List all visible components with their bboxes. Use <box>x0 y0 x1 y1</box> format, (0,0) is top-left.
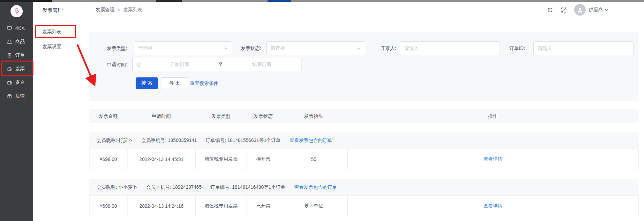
drawer-input[interactable] <box>400 41 500 55</box>
end-date-placeholder: 结束日期 <box>226 61 298 68</box>
cell-type: 增值税专用发票 <box>195 196 247 216</box>
member-nickname: 会员昵称:小小萝卜 <box>97 184 137 190</box>
group-header-row: 会员昵称:打萝卜 会员手机号:13560359141 订单编号:18148155… <box>89 132 639 149</box>
cell-title: 55 <box>280 149 347 169</box>
sidebar-item-label: 店铺 <box>15 93 25 99</box>
avatar-person-icon <box>577 6 583 13</box>
member-nickname: 会员昵称:打萝卜 <box>97 137 133 144</box>
column-header-apply-time: 申请时间 <box>127 113 195 119</box>
order-number: 订单编号:181481416490等1个订单 <box>210 184 285 190</box>
member-phone: 会员手机号:18924237465 <box>146 184 202 190</box>
breadcrumb-root[interactable]: 发票管理 <box>96 7 115 13</box>
cell-status: 已开票 <box>247 196 280 216</box>
apply-time-range-picker[interactable]: 开始日期 至 结束日期 <box>132 58 302 71</box>
reset-search-link[interactable]: 重置搜索条件 <box>190 77 218 89</box>
brand-logo-icon <box>12 7 21 16</box>
submenu-title: 发票管理 <box>33 2 80 18</box>
sidebar-item-label: 资金 <box>15 79 25 86</box>
page: 概况 商品 订单 发票 <box>0 0 644 221</box>
main-sidebar: 概况 商品 订单 发票 <box>0 2 33 221</box>
view-included-orders-link[interactable]: 查看发票包含的订单 <box>290 137 332 144</box>
breadcrumb-current: 发票列表 <box>123 7 142 13</box>
column-header-amount: 发票金额 <box>89 113 127 119</box>
apply-time-label: 申请时间: <box>93 58 127 71</box>
sidebar-item-shop[interactable]: 店铺 <box>0 89 33 103</box>
sidebar-item-label: 订单 <box>15 52 25 58</box>
shop-store-icon <box>7 93 12 99</box>
view-included-orders-link[interactable]: 查看发票包含的订单 <box>294 184 337 190</box>
table-row: ¥698.00 2022-04-13 14:45:31 增值税专用发票 待开票 … <box>89 149 639 169</box>
order-number: 订单编号:181481556631等1个订单 <box>206 137 280 144</box>
cell-amount: ¥698.00 <box>90 149 127 169</box>
cell-type: 增值税专用发票 <box>195 149 247 169</box>
user-avatar[interactable] <box>574 4 586 16</box>
column-header-type: 发票类型 <box>195 113 247 119</box>
view-detail-link[interactable]: 查看详情 <box>484 156 503 162</box>
orders-clipboard-icon <box>7 53 12 58</box>
group-header-row: 会员昵称:小小萝卜 会员手机号:18924237465 订单编号:1814814… <box>89 179 639 196</box>
overview-monitor-icon <box>7 25 12 31</box>
start-date-placeholder: 开始日期 <box>144 61 216 68</box>
sidebar-item-label: 商品 <box>15 39 25 45</box>
view-detail-link[interactable]: 查看详情 <box>484 203 503 209</box>
cell-apply-time: 2022-04-13 14:24:16 <box>127 196 195 216</box>
sidebar-item-invoice[interactable]: 发票 <box>0 62 33 76</box>
invoice-type-placeholder: 请选择 <box>138 45 223 51</box>
secondary-sidebar: 发票管理 发票列表 发票设置 <box>33 2 80 221</box>
invoice-type-select[interactable]: 请选择 <box>134 41 232 55</box>
submenu-item-invoice-settings[interactable]: 发票设置 <box>33 39 80 54</box>
sidebar-item-label: 发票 <box>15 66 25 72</box>
chevron-down-icon <box>605 8 609 12</box>
main-content: 发票类型: 请选择 发票状态: 请选择 开票人: 订单ID: 申请时间: 开始日… <box>80 18 644 221</box>
member-phone: 会员手机号:13560359141 <box>141 137 197 144</box>
submenu-item-invoice-list[interactable]: 发票列表 <box>33 24 80 39</box>
breadcrumb: 发票管理 > 发票列表 <box>96 7 142 13</box>
cell-title: 萝卜单位 <box>280 196 347 216</box>
cell-status: 待开票 <box>247 149 280 169</box>
account-name: 供应商 <box>589 7 603 13</box>
clock-icon <box>137 62 142 67</box>
column-header-title: 发票抬头 <box>280 113 347 119</box>
sidebar-item-orders[interactable]: 订单 <box>0 49 33 62</box>
sidebar-item-funds[interactable]: 资金 <box>0 76 33 89</box>
chevron-down-icon <box>356 46 361 51</box>
invoice-type-label: 发票类型: <box>93 41 127 55</box>
invoice-wallet-icon <box>7 66 12 72</box>
invoice-status-select[interactable]: 请选择 <box>266 41 365 55</box>
fullscreen-icon[interactable] <box>561 7 567 13</box>
column-header-status: 发票状态 <box>247 113 280 119</box>
page-header: 发票管理 > 发票列表 <box>80 2 644 18</box>
table-row: ¥698.00 2022-04-13 14:24:16 增值税专用发票 已开票 … <box>89 196 639 216</box>
submenu-list: 发票列表 发票设置 <box>33 18 80 54</box>
search-button[interactable]: 搜 索 <box>136 77 158 89</box>
sidebar-item-label: 概况 <box>15 25 25 31</box>
funds-wallet-icon <box>7 80 12 85</box>
account-dropdown[interactable]: 供应商 <box>589 7 609 13</box>
cell-apply-time: 2022-04-13 14:45:31 <box>127 149 195 169</box>
order-id-label: 订单ID: <box>491 41 525 55</box>
table-header: 发票金额 申请时间 发票类型 发票状态 发票抬头 操作 <box>89 109 639 123</box>
cell-amount: ¥698.00 <box>90 196 127 216</box>
invoice-status-label: 发票状态: <box>227 41 261 55</box>
sidebar-menu: 概况 商品 订单 发票 <box>0 21 33 103</box>
drawer-label: 开票人: <box>362 41 396 55</box>
filter-panel: 发票类型: 请选择 发票状态: 请选择 开票人: 订单ID: 申请时间: 开始日… <box>89 32 639 101</box>
sidebar-item-goods[interactable]: 商品 <box>0 35 33 49</box>
sidebar-item-overview[interactable]: 概况 <box>0 21 33 35</box>
date-separator: 至 <box>216 61 226 68</box>
export-button[interactable]: 导 出 <box>161 77 188 89</box>
order-id-input[interactable] <box>533 41 633 55</box>
invoice-status-placeholder: 请选择 <box>271 45 356 51</box>
logo-wrap <box>0 2 33 19</box>
column-header-action: 操作 <box>347 113 639 119</box>
header-actions: 供应商 <box>547 4 609 16</box>
refresh-icon[interactable] <box>547 7 553 13</box>
goods-bag-icon <box>7 39 12 44</box>
breadcrumb-separator: > <box>118 7 120 13</box>
brand-logo[interactable] <box>11 5 23 17</box>
